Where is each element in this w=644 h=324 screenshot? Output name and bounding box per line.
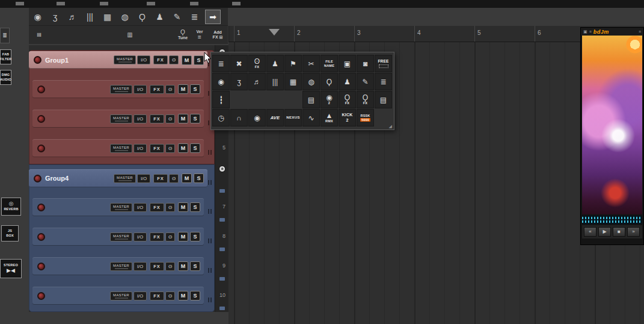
fx-enable-button[interactable]: ʘ — [165, 114, 175, 123]
lock-button[interactable]: ◙ — [357, 55, 374, 72]
player-menu-icon[interactable]: ≡ — [639, 30, 641, 34]
master-send-button[interactable]: MASTER — [110, 114, 132, 123]
js-box-button[interactable]: JSBOX — [1, 225, 19, 241]
track-header[interactable]: Group4MASTERI/OFXʘMS — [29, 169, 207, 187]
mute-button[interactable]: M — [178, 114, 188, 123]
wave-plugin-button[interactable]: ∿ — [302, 109, 320, 126]
tempo-button[interactable]: ┇ — [212, 91, 230, 108]
track-strip[interactable]: MASTERI/OFXʘMS — [32, 228, 204, 246]
fx-button[interactable]: FX — [150, 203, 164, 212]
fx-enable-button[interactable]: ʘ — [165, 144, 175, 153]
add-fx-button[interactable]: Add FX ⊞ — [209, 26, 227, 43]
mute-button[interactable]: M — [178, 84, 188, 94]
edit-track-button[interactable]: ✎ — [357, 73, 374, 90]
fx-button[interactable]: FX — [153, 55, 168, 64]
fx-enable-button[interactable]: ʘ — [169, 55, 179, 64]
disc-track-button[interactable]: ◍ — [302, 73, 320, 90]
track-strip[interactable]: MASTERI/OFXʘMS — [32, 257, 204, 275]
solo-button[interactable]: S — [190, 232, 200, 241]
mute-button[interactable]: M — [182, 55, 192, 65]
mute-button[interactable]: M — [182, 173, 192, 183]
guitar-track-button[interactable]: ♬ — [248, 73, 266, 90]
mic-track-button[interactable]: Ϙ — [320, 73, 338, 90]
fx-button[interactable]: FX — [150, 291, 164, 301]
master-send-button[interactable]: MASTER — [110, 262, 132, 271]
fx-bypass-button[interactable]: ʘFX — [248, 55, 266, 72]
folder-indicator-icon[interactable] — [219, 277, 225, 281]
solo-button[interactable]: S — [194, 55, 204, 65]
track-strip[interactable]: MASTERI/OFXʘMS — [32, 198, 204, 216]
record-arm-knob[interactable] — [37, 204, 45, 211]
rssk-plugin-button[interactable]: RSSK5000 — [357, 109, 374, 126]
guitar-tool-button[interactable]: ♬ — [64, 8, 81, 25]
solo-button[interactable]: S — [190, 202, 200, 212]
stop-button[interactable]: ■ — [613, 227, 625, 237]
fx-enable-button[interactable]: ʘ — [165, 262, 175, 271]
io-button[interactable]: I/O — [133, 291, 147, 301]
drums-track-button[interactable]: ◉ — [212, 73, 230, 90]
track-strip[interactable]: MASTERI/OFXʘMS — [32, 139, 204, 157]
reverb-button[interactable]: ◎REVERB — [1, 198, 21, 216]
arrow-right-tool-button[interactable]: ➡ — [205, 10, 221, 24]
nexus-plugin-button[interactable]: NEXUS — [284, 109, 302, 126]
io-button[interactable]: I/O — [133, 114, 147, 123]
channel-strip-button[interactable]: ≣ — [0, 28, 10, 43]
bass-track-button[interactable]: ʒ — [230, 73, 248, 90]
pencil-tool-button[interactable]: ✎ — [168, 8, 186, 25]
person-tool-button[interactable]: ♟ — [151, 8, 168, 25]
io-button[interactable]: I/O — [133, 232, 147, 241]
master-send-button[interactable]: MASTER — [110, 232, 132, 241]
rmx-plugin-button[interactable]: ▲RMX — [320, 109, 338, 126]
version-button[interactable]: Ver ≡ — [192, 26, 207, 43]
io-button[interactable]: I/O — [133, 85, 147, 94]
close-button[interactable]: ✖ — [230, 55, 248, 72]
split-button[interactable]: ✂ — [302, 55, 320, 72]
io-button[interactable]: I/O — [133, 203, 147, 212]
arch-plugin-button[interactable]: ∩ — [230, 109, 248, 126]
free-button[interactable]: FREE — [375, 55, 392, 72]
artist-button[interactable]: ♟ — [266, 55, 284, 72]
keys-track-button[interactable]: ▦ — [284, 73, 302, 90]
ave-plugin-button[interactable]: AVE — [266, 109, 284, 126]
flag-button[interactable]: ⚑ — [284, 55, 302, 72]
routing-matrix-button[interactable]: ≣ — [212, 55, 230, 72]
track-header[interactable]: Group1MASTERI/OFXʘMS — [29, 51, 207, 69]
folder-indicator-icon[interactable] — [219, 218, 225, 222]
mute-button[interactable]: M — [178, 202, 188, 212]
master-send-button[interactable]: MASTER — [114, 174, 136, 183]
fx-enable-button[interactable]: ʘ — [169, 174, 179, 183]
io-button[interactable]: I/O — [137, 174, 150, 183]
master-send-button[interactable]: MASTER — [114, 55, 136, 64]
record-arm-knob[interactable] — [34, 175, 41, 182]
mute-button[interactable]: M — [178, 143, 188, 153]
solo-button[interactable]: S — [194, 173, 204, 183]
dial-plugin-button[interactable]: ◷ — [212, 109, 230, 126]
fader-tool-button[interactable]: ≣ — [186, 8, 203, 25]
percussion-track-button[interactable]: ||| — [266, 73, 284, 90]
folder-button[interactable]: ▤ — [302, 91, 320, 108]
io-button[interactable]: I/O — [133, 262, 147, 271]
group-scroll-button[interactable] — [219, 166, 225, 172]
mixer-track-button[interactable]: ≣ — [375, 73, 392, 90]
folder-indicator-icon[interactable] — [219, 307, 225, 310]
render-button[interactable]: ▣ — [339, 55, 356, 72]
master-send-button[interactable]: MASTER — [110, 85, 132, 94]
fx-button[interactable]: FX — [150, 144, 164, 153]
bass-clef-tool-button[interactable]: ʒ — [46, 8, 64, 25]
io-button[interactable]: I/O — [133, 144, 147, 153]
fx-button[interactable]: FX — [150, 114, 164, 123]
solo-button[interactable]: S — [190, 261, 200, 271]
mic-fx2-button[interactable]: ϘFX — [357, 91, 374, 108]
master-send-button[interactable]: MASTER — [110, 144, 132, 153]
fx-button[interactable]: FX — [153, 174, 168, 183]
player-titlebar[interactable]: ▣ ≡ bdJm ≡ — [581, 28, 643, 36]
playlist-ticks[interactable] — [582, 216, 642, 224]
resize-grip-icon[interactable]: ◢ — [389, 124, 392, 129]
fx-enable-button[interactable]: ʘ — [165, 203, 175, 212]
drums-tool-button[interactable]: ◉ — [29, 8, 46, 25]
fx-enable-button[interactable]: ʘ — [165, 232, 175, 241]
track-strip[interactable]: MASTERI/OFXʘMS — [32, 110, 204, 128]
fx-button[interactable]: FX — [150, 85, 164, 94]
mic-fx-button[interactable]: ϘFX — [339, 91, 356, 108]
next-button[interactable]: » — [627, 227, 640, 237]
